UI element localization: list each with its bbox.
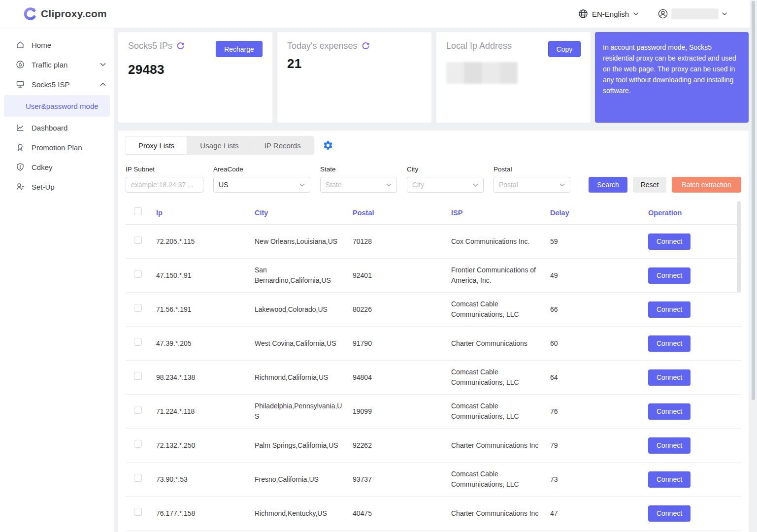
row-checkbox[interactable] [134, 304, 142, 312]
cell-city: Palm Springs,California,US [255, 440, 353, 451]
cell-delay: 49 [550, 270, 648, 281]
sidebar-item-label: User&password mode [26, 102, 99, 110]
city-placeholder: City [412, 181, 424, 189]
table-scrollbar-thumb[interactable] [737, 201, 741, 293]
tab-ip-records[interactable]: IP Records [252, 136, 314, 155]
row-checkbox[interactable] [134, 508, 142, 516]
tab-bar: Proxy ListsUsage ListsIP Records [126, 136, 314, 155]
refresh-icon[interactable] [176, 42, 185, 50]
state-placeholder: State [326, 181, 342, 189]
socks5-isp-icon [16, 80, 25, 89]
tab-proxy-lists[interactable]: Proxy Lists [126, 136, 187, 155]
home-icon [16, 40, 25, 49]
cell-ip: 71.56.*.191 [156, 304, 255, 315]
page-scrollbar-thumb[interactable] [752, 1, 755, 400]
sidebar-item-cdkey[interactable]: Cdkey [0, 157, 114, 177]
cell-city: New Orleans,Louisiana,US [255, 236, 353, 247]
recharge-button[interactable]: Recharge [216, 41, 263, 57]
sidebar-item-promotion-plan[interactable]: Promotion Plan [0, 137, 114, 157]
chevron-down-icon [633, 12, 639, 16]
postal-label: Postal [494, 166, 570, 173]
row-checkbox[interactable] [134, 440, 142, 448]
sidebar-item-socks5-isp[interactable]: Socks5 ISP [0, 74, 114, 94]
cell-ip: 73.90.*.53 [156, 474, 255, 485]
connect-button[interactable]: Connect [648, 301, 691, 318]
settings-gear-icon[interactable] [323, 140, 333, 151]
chevron-up-icon [100, 82, 106, 86]
cell-ip: 72.132.*.250 [156, 440, 255, 451]
account-menu[interactable] [658, 8, 727, 19]
sidebar-item-label: Cdkey [32, 163, 53, 171]
cell-postal: 91790 [353, 338, 451, 349]
connect-button[interactable]: Connect [648, 403, 691, 420]
areacode-select[interactable]: US [213, 177, 310, 193]
cell-city: Philadelphia,Pennsylvania,US [255, 401, 353, 422]
top-header: Cliproxy.com EN-English [0, 0, 757, 28]
cell-postal: 70128 [353, 236, 451, 247]
sidebar-item-user-password-mode[interactable]: User&password mode [4, 95, 110, 117]
row-checkbox[interactable] [134, 338, 142, 346]
traffic-plan-icon [16, 60, 25, 69]
language-label: EN-English [592, 10, 629, 18]
cell-postal: 19099 [353, 406, 451, 417]
select-all-checkbox[interactable] [134, 207, 142, 215]
cell-city: Fresno,California,US [255, 474, 353, 485]
cell-isp: Comcast Cable Communications, LLC [451, 469, 550, 490]
user-avatar-icon [658, 8, 668, 19]
sidebar-item-dashboard[interactable]: Dashboard [0, 118, 114, 137]
copy-button[interactable]: Copy [548, 41, 581, 57]
sidebar-item-label: Traffic plan [32, 61, 67, 69]
local-ip-card: Local Ip Address Copy [436, 32, 591, 123]
socks5-ips-value: 29483 [128, 62, 263, 77]
cell-ip: 47.39.*.205 [156, 338, 255, 349]
row-checkbox[interactable] [134, 236, 142, 244]
connect-button[interactable]: Connect [648, 471, 691, 488]
postal-select[interactable]: Postal [494, 177, 570, 193]
row-checkbox[interactable] [134, 474, 142, 482]
table-row: 47.150.*.91 San Bernardino,California,US… [126, 259, 741, 293]
brand-logo[interactable]: Cliproxy.com [22, 6, 107, 21]
sidebar-item-traffic-plan[interactable]: Traffic plan [0, 55, 114, 74]
connect-button[interactable]: Connect [648, 369, 691, 386]
connect-button[interactable]: Connect [648, 267, 691, 284]
cell-isp: Charter Communications Inc [451, 508, 550, 519]
sidebar-item-home[interactable]: Home [0, 35, 114, 55]
info-notice-card: In account password mode, Socks5 residen… [595, 32, 749, 123]
username-redacted [671, 8, 719, 19]
postal-placeholder: Postal [499, 181, 518, 189]
city-select[interactable]: City [407, 177, 484, 193]
chevron-down-icon [386, 183, 392, 187]
page-scrollbar[interactable] [750, 0, 757, 532]
cell-isp: Charter Communications [451, 338, 550, 349]
row-checkbox[interactable] [134, 270, 142, 278]
sidebar-item-label: Socks5 ISP [32, 80, 70, 89]
connect-button[interactable]: Connect [648, 437, 691, 454]
row-checkbox[interactable] [134, 406, 142, 414]
tab-usage-lists[interactable]: Usage Lists [187, 136, 251, 155]
connect-button[interactable]: Connect [648, 505, 691, 522]
search-button[interactable]: Search [589, 177, 627, 193]
column-header-isp: ISP [451, 208, 550, 218]
promotion-plan-icon [16, 143, 25, 152]
cell-delay: 79 [550, 440, 648, 451]
chevron-down-icon [100, 63, 106, 66]
language-switcher[interactable]: EN-English [578, 9, 639, 19]
cell-ip: 76.177.*.158 [156, 508, 255, 519]
refresh-icon[interactable] [362, 42, 370, 50]
ip-subnet-input[interactable] [126, 177, 203, 193]
sidebar-menu: Home Traffic plan Socks5 ISP User&passwo… [0, 28, 114, 532]
batch-extraction-button[interactable]: Batch extraction [672, 177, 741, 193]
cell-delay: 73 [550, 474, 648, 485]
connect-button[interactable]: Connect [648, 233, 691, 250]
reset-button[interactable]: Reset [633, 177, 666, 193]
sidebar-item-set-up[interactable]: Set-Up [0, 177, 114, 197]
ip-subnet-label: IP Subnet [126, 166, 203, 173]
globe-icon [578, 9, 588, 19]
local-ip-title: Local Ip Address [446, 41, 512, 51]
cell-isp: Comcast Cable Communications, LLC [451, 401, 550, 422]
chevron-down-icon [722, 12, 727, 16]
row-checkbox[interactable] [134, 372, 142, 380]
state-select[interactable]: State [320, 177, 397, 193]
connect-button[interactable]: Connect [648, 335, 691, 352]
cell-postal: 40475 [353, 508, 451, 519]
